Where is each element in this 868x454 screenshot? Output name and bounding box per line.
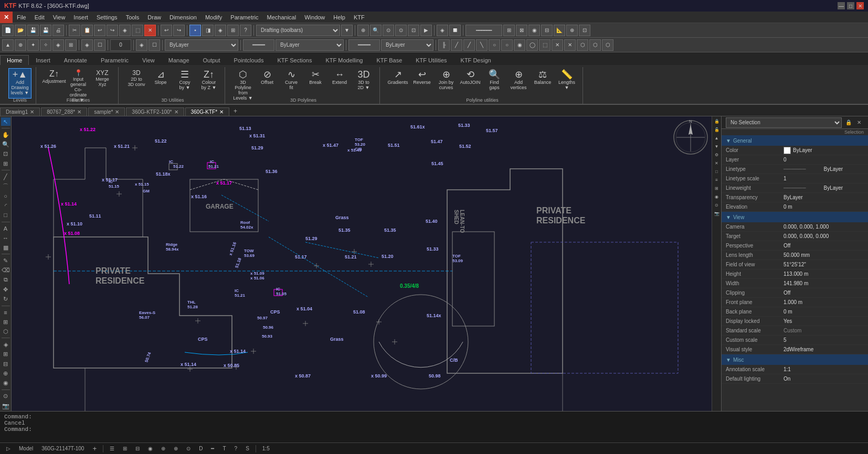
ribbon-btn-join-by-curves[interactable]: ⊕ Join bycurves <box>435 68 458 99</box>
tb-save[interactable]: 💾 <box>27 25 39 36</box>
ribbon-btn-slope[interactable]: ⊿ Slope <box>149 68 172 99</box>
sc-indicator[interactable]: S <box>244 446 251 451</box>
lt-move[interactable]: ✥ <box>1 285 10 294</box>
tb-undo2[interactable]: ↩ <box>161 25 172 36</box>
tb2-icon19[interactable]: ⬚ <box>539 39 551 51</box>
lt-polyline[interactable]: ⌒ <box>1 182 10 191</box>
tb-erase[interactable]: ⬚ <box>132 25 143 36</box>
lt-camera[interactable]: 📷 <box>1 402 10 410</box>
ribbon-tab-insert[interactable]: Insert <box>29 55 57 65</box>
menu-mechanical[interactable]: Mechanical <box>263 13 301 21</box>
ribbon-btn-3d-polyline-from-levels[interactable]: ⬡ 3D Polylinefrom Levels ▼ <box>231 68 255 99</box>
menu-insert[interactable]: Insert <box>69 13 92 21</box>
tb2-icon10[interactable]: ☐ <box>149 39 160 51</box>
tb2-icon5[interactable]: ◈ <box>52 39 64 51</box>
ribbon-tab-manage[interactable]: Manage <box>162 55 196 65</box>
doc-tab-close-360g-ktf2-100[interactable]: ✕ <box>174 109 178 115</box>
lt-polar[interactable]: ◉ <box>1 379 10 387</box>
tb-icon5[interactable]: ⊡ <box>408 25 419 36</box>
add-layout-button[interactable]: + <box>90 445 99 452</box>
tb2-icon12[interactable]: ╱ <box>451 39 462 51</box>
tb-meter1[interactable]: ━━━━━━ <box>465 25 502 36</box>
lt-zoom-extents[interactable]: ⊞ <box>1 159 10 168</box>
lt-zoom[interactable]: 🔍 <box>1 140 10 148</box>
layout-label[interactable]: 360G-21147T-100 <box>39 446 86 451</box>
tb-icon10[interactable]: ⊠ <box>516 25 527 36</box>
menu-modify[interactable]: Modify <box>201 13 226 21</box>
ribbon-tab-ktf-modelling[interactable]: KTF Modelling <box>319 55 369 65</box>
lt-zoom-window[interactable]: ⊡ <box>1 150 10 158</box>
tpmode-indicator[interactable]: T <box>220 446 228 451</box>
tb2-icon8[interactable]: ☐ <box>94 39 105 51</box>
selection-dropdown[interactable]: No Selection <box>726 117 842 128</box>
menu-edit[interactable]: Edit <box>30 13 49 21</box>
ribbon-tab-annotate[interactable]: Annotate <box>57 55 94 65</box>
tb-open[interactable]: 📂 <box>15 25 26 36</box>
rmt-3d[interactable]: ⊙ <box>713 201 721 209</box>
ducs-indicator[interactable]: ⊙ <box>184 446 193 451</box>
tb-undo[interactable]: ✂ <box>69 25 80 36</box>
doc-tab-drawing1[interactable]: Drawing1 ✕ <box>0 107 40 116</box>
doc-tab-add-button[interactable]: + <box>230 106 240 116</box>
rmt-nav[interactable]: ◉ <box>713 193 721 200</box>
tb-icon2[interactable]: 🔍 <box>370 25 382 36</box>
tb2-icon17[interactable]: ◉ <box>514 39 525 51</box>
tb-saveas[interactable]: 💾 <box>40 25 51 36</box>
rmt-unlock[interactable]: 🔓 <box>713 126 721 133</box>
ribbon-tab-pointclouds[interactable]: Pointclouds <box>227 55 271 65</box>
tb-icon3[interactable]: ⊙ <box>383 25 394 36</box>
layer-dropdown[interactable]: ByLayer <box>165 39 238 51</box>
maximize-button[interactable]: □ <box>847 2 854 9</box>
tb2-icon14[interactable]: ╲ <box>476 39 488 51</box>
tb2-icon23[interactable]: ⬡ <box>589 39 601 51</box>
tb-rect[interactable]: ▪ <box>189 25 201 36</box>
ribbon-btn-2d-3d-conv[interactable]: 3D 2D to3D conv <box>125 68 148 99</box>
lineweight-dropdown[interactable]: ByLayer <box>381 39 433 51</box>
model-tab[interactable]: ▷ <box>4 446 13 451</box>
ribbon-btn-merge-xyz[interactable]: XYZ MergeXyz <box>91 68 114 99</box>
lt-circle[interactable]: ○ <box>1 192 10 200</box>
doc-tab-sample[interactable]: sample* ✕ <box>88 107 125 116</box>
lt-arc[interactable]: ◜ <box>1 201 10 210</box>
tb-icon14[interactable]: ⊕ <box>566 25 578 36</box>
lt-text[interactable]: A <box>1 224 10 233</box>
close-button[interactable]: ✕ <box>856 2 864 9</box>
menu-draw[interactable]: Draw <box>143 13 165 21</box>
menu-ktf[interactable]: KTF <box>350 13 369 21</box>
lt-select[interactable]: ↖ <box>1 117 10 126</box>
layer-number-input[interactable] <box>110 39 131 51</box>
tb-icon6[interactable]: ▶ <box>420 25 432 36</box>
tb2-icon3[interactable]: ✦ <box>27 39 39 51</box>
tb-help[interactable]: ? <box>240 25 251 36</box>
ribbon-btn-break[interactable]: ✂ Break <box>304 68 327 99</box>
doc-tab-80767[interactable]: 80767_288* ✕ <box>41 107 87 116</box>
ribbon-tab-ktf-design[interactable]: KTF Design <box>454 55 498 65</box>
qp-indicator[interactable]: ? <box>232 446 240 451</box>
menu-settings[interactable]: Settings <box>92 13 122 21</box>
tb2-icon22[interactable]: ⬡ <box>577 39 588 51</box>
tb-redo2[interactable]: ↪ <box>173 25 185 36</box>
tb2-icon9[interactable]: ◈ <box>136 39 147 51</box>
ribbon-btn-add-vertices[interactable]: ⊕ Addvertices <box>507 68 530 99</box>
rmt-maximize[interactable]: □ <box>713 168 721 175</box>
menu-help[interactable]: Help <box>329 13 350 21</box>
ribbon-btn-3d-to-2d[interactable]: 3D 3D to2D ▼ <box>352 68 375 99</box>
rp-lock-btn[interactable]: 🔒 <box>844 118 853 127</box>
tb-print[interactable]: 🖨 <box>52 25 64 36</box>
lt-line[interactable]: ╱ <box>1 172 10 181</box>
tb-paste[interactable]: ↪ <box>107 25 118 36</box>
lt-ortho[interactable]: ⊞ <box>1 350 10 359</box>
model-label[interactable]: Model <box>17 446 35 451</box>
menu-window[interactable]: Window <box>300 13 329 21</box>
tb-new[interactable]: 📄 <box>2 25 14 36</box>
doc-tab-close-sample[interactable]: ✕ <box>115 109 119 115</box>
tb-icon12[interactable]: ⊟ <box>541 25 553 36</box>
ribbon-btn-colour-by-z[interactable]: Z↑ Colourby Z ▼ <box>197 68 220 99</box>
cmdline-input[interactable] <box>4 433 864 439</box>
rmt-prop[interactable]: ⊞ <box>713 185 721 192</box>
ribbon-btn-gradients[interactable]: ↗ Gradients <box>386 68 409 99</box>
ribbon-tab-home[interactable]: Home <box>0 55 29 65</box>
lt-snap-toggle[interactable]: ◈ <box>1 340 10 349</box>
minimize-button[interactable]: — <box>838 2 845 9</box>
ribbon-btn-find-gaps[interactable]: 🔍 Findgaps <box>483 68 506 99</box>
